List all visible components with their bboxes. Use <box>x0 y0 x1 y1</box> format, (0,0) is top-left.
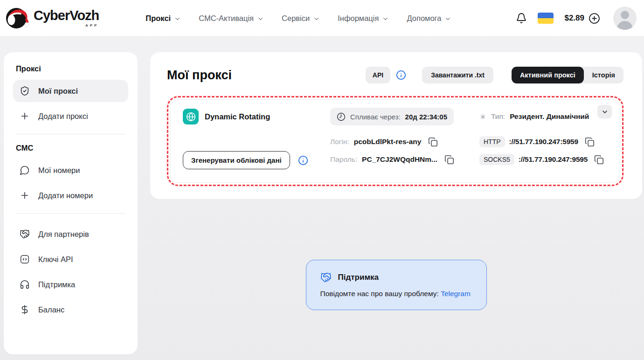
sidebar: Проксі Мої проксі Додати проксі СМС Мої … <box>4 52 138 354</box>
expires-value: 20д 22:34:05 <box>405 113 447 121</box>
socks5-address: ://51.77.190.247:9595 <box>519 155 588 164</box>
nav-item-information[interactable]: Інформація <box>338 14 389 23</box>
balance-group: $2.89 <box>564 13 600 24</box>
http-address: ://51.77.190.247:5959 <box>509 138 578 146</box>
collapse-proxy-button[interactable] <box>597 105 612 118</box>
sidebar-item-api-keys[interactable]: Ключі API <box>13 248 128 270</box>
main-nav: Проксі СМС-Активація Сервіси Інформація … <box>145 14 451 23</box>
copy-icon <box>585 137 595 147</box>
chevron-down-icon <box>444 15 451 22</box>
sidebar-item-label: Для партнерів <box>38 230 89 239</box>
nav-item-label: Проксі <box>145 14 171 23</box>
proxy-col-right: Тип: Резидент. Динамічний HTTP ://51.77.… <box>479 108 608 169</box>
generate-credentials-button[interactable]: Згенерувати облікові дані <box>183 151 290 169</box>
logo-text: CyberVozh APP <box>34 9 99 28</box>
sidebar-item-my-numbers[interactable]: Мої номери <box>13 159 128 181</box>
support-title: Підтримка <box>338 273 379 282</box>
copy-login-button[interactable] <box>428 137 438 147</box>
generate-info-button[interactable] <box>298 155 308 166</box>
api-info-button[interactable] <box>396 70 406 80</box>
proxy-name-row: Dynamic Rotating <box>183 108 330 125</box>
notifications-button[interactable] <box>516 13 527 24</box>
password-value: PC_7CJ2WQqdHNm... <box>362 155 437 164</box>
api-button[interactable]: API <box>366 67 390 83</box>
copy-http-button[interactable] <box>585 137 595 147</box>
support-message: Повідомте нас про вашу проблему: <box>320 290 439 298</box>
sidebar-item-label: Баланс <box>38 305 64 314</box>
language-flag-button[interactable] <box>538 13 554 24</box>
logo-name: CyberVozh <box>34 9 99 22</box>
sidebar-item-label: Додати проксі <box>38 112 88 121</box>
proxy-col-middle: Спливає через: 20д 22:34:05 Логін: pcobL… <box>330 108 479 169</box>
chevron-down-icon <box>313 15 320 22</box>
telegram-link[interactable]: Telegram <box>441 290 471 298</box>
sidebar-item-my-proxies[interactable]: Мої проксі <box>13 80 128 102</box>
proxy-card: Dynamic Rotating Згенерувати облікові да… <box>170 99 620 183</box>
plus-circle-icon <box>589 13 600 24</box>
tab-active-proxies[interactable]: Активний проксі <box>512 67 584 83</box>
handshake-icon <box>320 272 332 283</box>
logo[interactable]: CyberVozh APP <box>6 7 99 30</box>
copy-password-button[interactable] <box>444 155 454 165</box>
top-up-balance-button[interactable] <box>589 13 600 24</box>
copy-socks5-button[interactable] <box>594 155 604 165</box>
clock-icon <box>337 112 346 121</box>
page: CyberVozh APP Проксі СМС-Активація Серві… <box>0 0 644 360</box>
logo-subtitle: APP <box>85 24 98 28</box>
hedgehog-logo-icon <box>6 7 30 30</box>
tab-history[interactable]: Історія <box>584 67 623 83</box>
header-right: $2.89 <box>516 7 637 30</box>
type-value: Резидент. Динамічний <box>510 112 589 121</box>
nav-item-label: СМС-Активація <box>199 14 254 23</box>
top-navbar: CyberVozh APP Проксі СМС-Активація Серві… <box>0 0 644 37</box>
socks5-chip: SOCKS5 <box>479 154 514 165</box>
expires-pill: Спливає через: 20д 22:34:05 <box>330 108 454 125</box>
code-icon <box>20 254 30 264</box>
proxy-card-highlight: Dynamic Rotating Згенерувати облікові да… <box>167 96 623 186</box>
chevron-down-icon <box>174 15 181 22</box>
sidebar-item-label: Додати номери <box>38 191 93 200</box>
nav-item-proxy[interactable]: Проксі <box>145 14 181 23</box>
title-row: Мої проксі API Завантажити .txt Активний… <box>167 64 623 86</box>
info-icon <box>396 70 406 80</box>
generate-row: Згенерувати облікові дані <box>183 151 330 169</box>
nav-item-label: Допомога <box>407 14 441 23</box>
download-txt-button[interactable]: Завантажити .txt <box>422 67 493 83</box>
sidebar-item-add-proxies[interactable]: Додати проксі <box>13 105 128 127</box>
proxy-name: Dynamic Rotating <box>205 112 270 121</box>
plus-icon <box>20 190 30 201</box>
sidebar-heading-sms: СМС <box>16 144 128 152</box>
content: Проксі Мої проксі Додати проксі СМС Мої … <box>0 37 644 354</box>
sidebar-divider <box>16 213 125 214</box>
support-card: Підтримка Повідомте нас про вашу проблем… <box>306 260 487 310</box>
sidebar-heading-proxy: Проксі <box>16 64 128 73</box>
sidebar-item-add-numbers[interactable]: Додати номери <box>13 184 128 207</box>
user-avatar[interactable] <box>613 7 637 30</box>
plus-icon <box>20 111 30 121</box>
shield-check-icon <box>20 86 30 96</box>
copy-icon <box>428 137 438 147</box>
copy-icon <box>444 155 454 165</box>
title-actions: API Завантажити .txt Активний проксі Іст… <box>366 67 623 83</box>
avatar-head <box>621 11 629 19</box>
login-label: Логін: <box>330 138 349 146</box>
proxy-type-chip <box>183 109 199 125</box>
handshake-icon <box>20 229 30 239</box>
sidebar-item-label: Мої проксі <box>38 87 78 96</box>
nav-item-sms-activation[interactable]: СМС-Активація <box>199 14 264 23</box>
http-row: HTTP ://51.77.190.247:5959 <box>479 135 608 148</box>
type-label: Тип: <box>491 112 505 121</box>
type-row: Тип: Резидент. Динамічний <box>479 108 608 125</box>
info-icon <box>298 155 308 166</box>
headset-icon <box>20 279 30 290</box>
nav-item-services[interactable]: Сервіси <box>282 14 320 23</box>
login-row: Логін: pcobLdlPkt-res-any <box>330 135 479 148</box>
sidebar-item-label: Ключі API <box>38 255 73 264</box>
asterisk-icon <box>479 113 486 120</box>
sidebar-item-balance[interactable]: Баланс <box>13 298 128 321</box>
sidebar-item-support[interactable]: Підтримка <box>13 273 128 296</box>
nav-item-help[interactable]: Допомога <box>407 14 451 23</box>
dollar-icon <box>20 305 30 315</box>
sidebar-item-partners[interactable]: Для партнерів <box>13 223 128 245</box>
proxy-view-tabs: Активний проксі Історія <box>512 67 623 83</box>
